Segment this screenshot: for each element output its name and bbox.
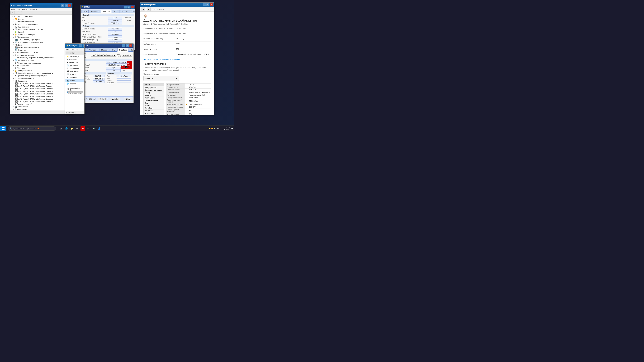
fe-images[interactable]: 🖼 Зображення (65, 67, 84, 70)
toolbar-forward[interactable]: ► (14, 11, 18, 14)
fe-up[interactable]: ▲ (72, 52, 75, 54)
tree-cpu8[interactable]: 🔲 AMD Ryzen 7 4700U with Radeon Graphics (10, 100, 72, 103)
tree-memory-tech[interactable]: ► 💾 Пристрої з використанням технології … (10, 72, 72, 74)
tree-usb-ctrl[interactable]: ► ⚙ Контролери універсальної послідовної… (10, 56, 72, 59)
tree-cpu4[interactable]: 🔲 AMD Ryzen 7 4700U with Radeon Graphics (10, 90, 72, 92)
sysinfo-nav-system[interactable]: Имя устройства (144, 86, 164, 89)
cpuz-graphics-titlebar[interactable]: Z CPU-Z ─ □ ✕ (79, 44, 134, 48)
explorer-icon[interactable]: 📁 (70, 126, 74, 131)
close-g[interactable]: ✕ (129, 44, 132, 47)
sysinfo-nav-software[interactable]: Программы (144, 110, 164, 112)
display-settings-titlebar[interactable]: ⚙ Налаштування ─ □ ✕ (140, 2, 214, 7)
tree-cpu5[interactable]: 🔲 AMD Ryzen 7 4700U with Radeon Graphics (10, 92, 72, 95)
start-button[interactable] (0, 126, 6, 131)
tab-memory[interactable]: Memory (101, 10, 112, 13)
sysinfo-nav-security[interactable]: Безопасность (144, 112, 164, 115)
tab-mainboard[interactable]: Mainboard (89, 10, 101, 13)
tree-software-dev[interactable]: ► ⚙ Програмний пристрій (10, 77, 72, 80)
tree-cpu3[interactable]: 🔲 AMD Ryzen 7 4700U with Radeon Graphics (10, 87, 72, 90)
tree-root[interactable]: ▼ 🖥 DESKTOP-6B7GDMN (10, 15, 72, 18)
perf-level-select[interactable]: Current (122, 54, 132, 57)
tree-monitors[interactable]: ► 🖥 Монітори (10, 67, 72, 69)
close-button-g[interactable]: Close (124, 98, 132, 100)
tree-network[interactable]: ► 🌐 Мережеві адаптери (10, 59, 72, 62)
tree-cpu6[interactable]: 🔲 AMD Ryzen 7 4700U with Radeon Graphics (10, 95, 72, 98)
app3-icon[interactable]: 👤 (97, 126, 102, 131)
tab-graphics[interactable]: Graphics (119, 10, 130, 13)
tree-usb-mgr[interactable]: ► 🔌 USB Connector Managers (10, 23, 72, 25)
fe-desktop[interactable]: 🖥 Робочий с... (65, 58, 84, 61)
tree-amd-gpu[interactable]: 📺 AMD Radeon(TM) Graphics (10, 38, 72, 41)
menu-action[interactable]: Дія (18, 8, 20, 10)
tree-sys-devices[interactable]: ► ⚙ Системні пристрої (10, 103, 72, 105)
tree-audio-out[interactable]: ► 🔊 Входи та вихідні аудіопристрої (10, 41, 72, 44)
close-ds[interactable]: ✕ (210, 3, 213, 6)
sysinfo-nav-os[interactable]: Операционная система (144, 89, 164, 91)
device-manager-titlebar[interactable]: 🖥 Диспетчер пристроїв ─ □ ✕ (10, 3, 72, 7)
ds-forward[interactable]: ► (147, 7, 150, 11)
menu-view[interactable]: Вигляд (22, 8, 28, 10)
device-tree[interactable]: ▼ 🖥 DESKTOP-6B7GDMN ► 📶 Bluetooth ► ⚙ So… (10, 15, 72, 110)
tree-software[interactable]: ► ⚙ Software components (10, 20, 72, 23)
tab-bench[interactable]: Bench (130, 10, 135, 13)
close-button[interactable]: ✕ (68, 4, 71, 7)
fe-tab-file[interactable]: Файл (66, 48, 70, 50)
adapter-properties-link[interactable]: Показати властивості адаптера для диспле… (144, 58, 182, 60)
tree-cpu1[interactable]: 🔲 AMD Ryzen 7 4700U with Radeon Graphics (10, 82, 72, 85)
refresh-dropdown[interactable]: 60,000 Гц ▼ (144, 76, 179, 81)
toolbar-back[interactable]: ◄ (10, 11, 14, 14)
sysinfo-nav-multimedia[interactable]: Мультимедиа (144, 97, 164, 99)
app2-icon[interactable]: 🎮 (92, 126, 96, 131)
tab-bench-g[interactable]: Bench (129, 48, 134, 51)
menu-file[interactable]: Файл (11, 8, 15, 10)
minimize-mem[interactable]: ─ (124, 6, 127, 8)
fe-disk-c[interactable]: 💾 Локальний Диск (С:) 443 ГБ вільно з 47… (65, 86, 84, 96)
tree-battery[interactable]: ► 🔋 Батареї (10, 31, 72, 33)
minimize-fe[interactable]: ─ (79, 44, 82, 47)
fe-network[interactable]: 🌐 Мережа (65, 82, 84, 85)
display-device-select[interactable]: AMD Radeon(TM) Graphics (91, 54, 116, 57)
fe-music[interactable]: 🎵 Музика (65, 73, 84, 76)
tree-disks[interactable]: ▼ 💾 Диски (10, 44, 72, 46)
toolbar-up[interactable]: ▲ (18, 11, 22, 14)
tree-ide[interactable]: ► ⚙ Контролери IDE ATA/ATAPI (10, 51, 72, 54)
tree-audio[interactable]: ► 🎵 Аудіо-, відео- та ігрові пристрої (10, 28, 72, 31)
tree-intel-ssd[interactable]: 💾 INTEL SSDPEKNW512GB (10, 46, 72, 49)
tree-firmware[interactable]: ► ⚙ Мікропрограма: (10, 64, 72, 67)
tab-memory-g[interactable]: Memory (100, 48, 110, 51)
tree-print[interactable]: ► 🖨 Черги друку (10, 108, 72, 110)
fe-this-pc[interactable]: 💻 Цей ПК (65, 79, 84, 82)
fe-downloads[interactable]: ⬇ Завантаже... (65, 61, 84, 64)
tree-hid[interactable]: ► 🖱 Пристрої з інтерфейсом користувача (10, 74, 72, 77)
fe-quick-access[interactable]: ⭐ Швидкий до... (65, 55, 84, 58)
sysinfo-nav-display[interactable]: Дисплей (144, 94, 164, 97)
maximize-button[interactable]: □ (64, 4, 68, 7)
tree-cpu2[interactable]: 🔲 AMD Ryzen 7 4700U with Radeon Graphics (10, 85, 72, 87)
tree-usb[interactable]: ► 🔌 USB-пристрої (10, 25, 72, 28)
sysinfo-nav-storage[interactable]: Хранение данных (144, 99, 164, 102)
sysinfo-nav-network[interactable]: Сеть (144, 102, 164, 104)
tools-button-g[interactable]: Tools (98, 98, 106, 100)
tree-mouse[interactable]: ► 🖱 Миша й інші вказівні пристрої (10, 62, 72, 64)
sysinfo-nav-directx[interactable]: DirectX (144, 104, 164, 107)
fe-back[interactable]: ◄ (66, 52, 69, 54)
cpuz-memory-titlebar[interactable]: Z CPU-Z ─ □ ✕ (81, 5, 135, 9)
language-indicator[interactable]: ENG (217, 128, 220, 129)
minimize-button[interactable]: ─ (61, 4, 64, 7)
tree-computer[interactable]: ► 💻 Комп'ютер (10, 49, 72, 51)
fe-onedrive[interactable]: ☁ OneDrive (65, 76, 84, 79)
tab-cpu[interactable]: CPU (81, 10, 88, 13)
validate-button-g[interactable]: Validate (110, 98, 120, 100)
tree-security[interactable]: ► 🔒 Пристрої безпеки (10, 69, 72, 72)
minimize-ds[interactable]: ─ (203, 3, 206, 6)
mail-icon[interactable]: ✉ (75, 126, 80, 131)
menu-help[interactable]: Довідка (30, 8, 37, 10)
tree-cpu7[interactable]: 🔲 AMD Ryzen 7 4700U with Radeon Graphics (10, 98, 72, 100)
sysinfo-nav-config[interactable]: Конфигурация (144, 115, 164, 115)
tab-graphics-g[interactable]: Graphics (117, 48, 129, 52)
maximize-mem[interactable]: □ (127, 6, 130, 8)
tree-cameras[interactable]: ► 📷 Фотокамери (10, 105, 72, 108)
sysinfo-nav-devices[interactable]: Устройства (144, 107, 164, 110)
tab-spd[interactable]: SPD (112, 10, 119, 13)
settings-icon[interactable]: ⚙ (86, 126, 90, 131)
